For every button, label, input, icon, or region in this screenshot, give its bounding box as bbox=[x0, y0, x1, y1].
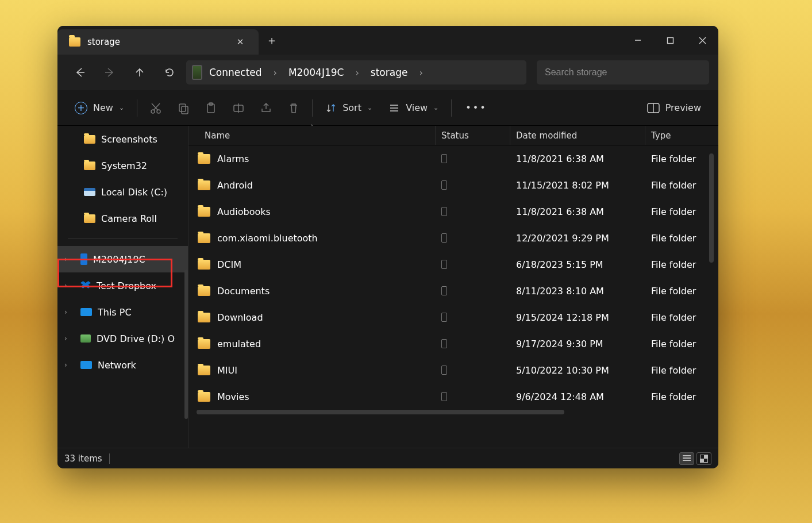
chevron-icon[interactable]: › bbox=[351, 67, 363, 78]
sidebar-item-this-pc[interactable]: ›This PC bbox=[57, 299, 188, 325]
close-tab-button[interactable]: ✕ bbox=[232, 37, 248, 47]
file-row[interactable]: com.xiaomi.bluetooth12/20/2021 9:29 PMFi… bbox=[188, 225, 718, 251]
file-name: Movies bbox=[217, 391, 249, 402]
navbar: Connected › M2004J19C › storage › bbox=[57, 55, 718, 90]
sidebar-item-local-disk-c[interactable]: Local Disk (C:) bbox=[57, 179, 188, 205]
network-icon bbox=[80, 361, 92, 369]
back-button[interactable] bbox=[67, 61, 93, 84]
file-row[interactable]: MIUI5/10/2022 10:30 PMFile folder bbox=[188, 357, 718, 383]
folder-icon bbox=[198, 313, 210, 322]
chevron-icon[interactable]: › bbox=[414, 67, 427, 78]
col-date[interactable]: Date modified bbox=[510, 126, 645, 145]
sidebar-item-dvd-drive[interactable]: ›DVD Drive (D:) O bbox=[57, 325, 188, 352]
file-row[interactable]: Alarms11/8/2021 6:38 AMFile folder bbox=[188, 145, 718, 172]
sidebar: Screenshots System32 Local Disk (C:) Cam… bbox=[57, 126, 188, 448]
chevron-right-icon[interactable]: › bbox=[64, 308, 67, 316]
phone-icon bbox=[441, 339, 447, 348]
col-date-label: Date modified bbox=[516, 130, 577, 141]
file-explorer-window: storage ✕ ＋ Connected › M2004J19C › stor… bbox=[57, 26, 718, 468]
divider bbox=[109, 453, 110, 464]
sidebar-item-screenshots[interactable]: Screenshots bbox=[57, 126, 188, 152]
search-box[interactable] bbox=[537, 60, 709, 84]
view-button[interactable]: View ⌄ bbox=[382, 97, 445, 120]
address-bar[interactable]: Connected › M2004J19C › storage › bbox=[186, 60, 526, 84]
file-name: Audiobooks bbox=[217, 206, 271, 217]
svg-rect-1 bbox=[667, 37, 673, 43]
new-button[interactable]: + New ⌄ bbox=[68, 97, 131, 120]
preview-button[interactable]: Preview bbox=[640, 97, 708, 120]
file-name: DCIM bbox=[217, 259, 241, 270]
view-switch bbox=[679, 452, 711, 465]
paste-button[interactable] bbox=[198, 97, 224, 120]
phone-icon bbox=[441, 207, 447, 216]
tab-storage[interactable]: storage ✕ bbox=[57, 29, 259, 55]
file-rows: Alarms11/8/2021 6:38 AMFile folder Andro… bbox=[188, 145, 718, 448]
vertical-scrollbar[interactable] bbox=[709, 153, 714, 263]
sort-button-label: Sort bbox=[342, 102, 361, 113]
new-tab-button[interactable]: ＋ bbox=[259, 26, 285, 55]
col-status[interactable]: Status bbox=[436, 126, 510, 145]
rename-button[interactable] bbox=[226, 97, 251, 120]
delete-button[interactable] bbox=[281, 97, 306, 120]
file-name: Documents bbox=[217, 286, 270, 297]
file-row[interactable]: Android11/15/2021 8:02 PMFile folder bbox=[188, 172, 718, 198]
file-row[interactable]: DCIM6/18/2023 5:15 PMFile folder bbox=[188, 251, 718, 278]
file-row[interactable]: Documents8/11/2023 8:10 AMFile folder bbox=[188, 278, 718, 304]
crumb-device[interactable]: M2004J19C bbox=[285, 67, 347, 78]
sidebar-item-network[interactable]: ›Network bbox=[57, 352, 188, 378]
file-row[interactable]: emulated9/17/2024 9:30 PMFile folder bbox=[188, 330, 718, 357]
more-button[interactable]: ••• bbox=[457, 97, 495, 120]
sidebar-item-camera-roll[interactable]: Camera Roll bbox=[57, 205, 188, 232]
chevron-right-icon[interactable]: › bbox=[64, 334, 67, 343]
details-view-button[interactable] bbox=[679, 452, 694, 465]
file-name: Android bbox=[217, 180, 253, 191]
phone-icon bbox=[441, 260, 447, 269]
file-date: 11/8/2021 6:38 AM bbox=[510, 206, 645, 217]
col-type-label: Type bbox=[651, 130, 671, 141]
sidebar-scrollbar[interactable] bbox=[184, 270, 188, 419]
file-row[interactable]: Audiobooks11/8/2021 6:38 AMFile folder bbox=[188, 198, 718, 225]
titlebar: storage ✕ ＋ bbox=[57, 26, 718, 55]
status-bar: 33 items bbox=[57, 448, 718, 468]
file-date: 11/15/2021 8:02 PM bbox=[510, 180, 645, 191]
maximize-button[interactable] bbox=[654, 26, 686, 55]
file-name: com.xiaomi.bluetooth bbox=[217, 233, 318, 244]
sidebar-item-m2004j19c[interactable]: ›M2004J19C bbox=[57, 246, 188, 272]
folder-icon bbox=[84, 135, 95, 144]
col-name[interactable]: ˄Name bbox=[188, 126, 436, 145]
refresh-button[interactable] bbox=[156, 61, 183, 84]
chevron-right-icon[interactable]: › bbox=[64, 361, 67, 369]
search-input[interactable] bbox=[545, 67, 701, 78]
explorer-body: Screenshots System32 Local Disk (C:) Cam… bbox=[57, 126, 718, 448]
file-row[interactable]: Download9/15/2024 12:18 PMFile folder bbox=[188, 304, 718, 330]
forward-button[interactable] bbox=[97, 61, 123, 84]
file-date: 12/20/2021 9:29 PM bbox=[510, 233, 645, 244]
cut-button[interactable] bbox=[143, 97, 168, 120]
share-button[interactable] bbox=[253, 97, 279, 120]
file-date: 11/8/2021 6:38 AM bbox=[510, 153, 645, 164]
copy-button[interactable] bbox=[171, 97, 196, 120]
file-row[interactable]: Movies9/6/2024 12:48 AMFile folder bbox=[188, 383, 718, 410]
chevron-right-icon[interactable]: › bbox=[64, 282, 67, 290]
crumb-connected[interactable]: Connected bbox=[206, 67, 265, 78]
close-window-button[interactable] bbox=[686, 26, 718, 55]
plus-circle-icon: + bbox=[75, 102, 87, 114]
list-icon bbox=[683, 455, 691, 462]
sidebar-item-system32[interactable]: System32 bbox=[57, 152, 188, 179]
chevron-right-icon[interactable]: › bbox=[64, 255, 67, 263]
file-type: File folder bbox=[645, 312, 718, 323]
view-button-label: View bbox=[406, 102, 428, 113]
horizontal-scrollbar[interactable] bbox=[197, 410, 564, 414]
thumbnails-view-button[interactable] bbox=[696, 452, 711, 465]
sort-button[interactable]: Sort ⌄ bbox=[318, 97, 379, 120]
crumb-storage[interactable]: storage bbox=[367, 67, 411, 78]
phone-icon bbox=[441, 286, 447, 295]
phone-icon bbox=[441, 366, 447, 375]
svg-rect-6 bbox=[179, 104, 186, 111]
minimize-button[interactable] bbox=[622, 26, 654, 55]
up-button[interactable] bbox=[126, 61, 153, 84]
chevron-icon[interactable]: › bbox=[269, 67, 282, 78]
grid-icon bbox=[700, 455, 708, 463]
sidebar-item-dropbox[interactable]: ›Test Dropbox bbox=[57, 272, 188, 299]
col-type[interactable]: Type bbox=[645, 126, 718, 145]
